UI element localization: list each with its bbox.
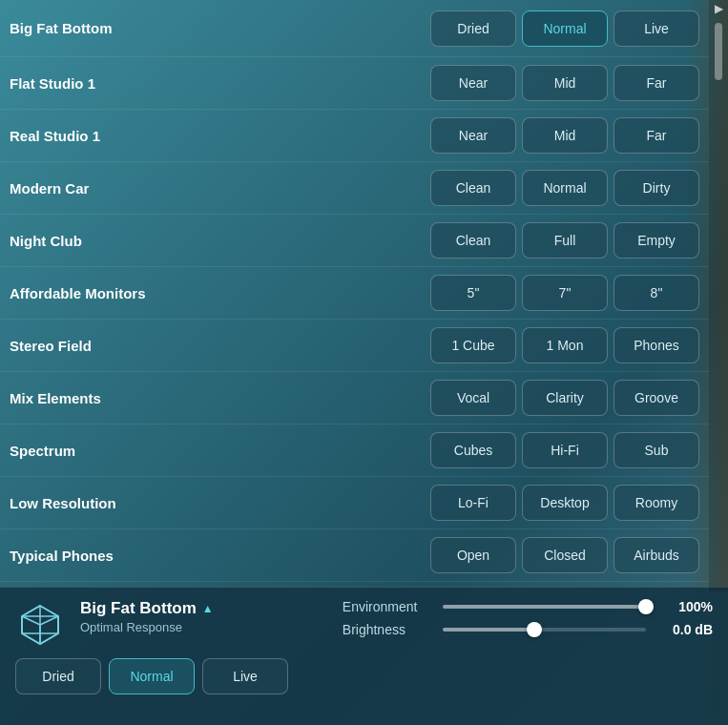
environment-track[interactable] (443, 605, 646, 609)
bottom-up-arrow[interactable]: ▲ (202, 602, 214, 615)
preset-btn-typical-phones-1[interactable]: Closed (522, 537, 608, 573)
preset-btn-real-studio-1-1[interactable]: Mid (522, 117, 608, 154)
bottom-preset-name: Big Fat Bottom ▲ (80, 599, 327, 618)
preset-btn-stereo-field-2[interactable]: Phones (614, 327, 699, 363)
preset-buttons-mix-elements: VocalClarityGroove (430, 380, 699, 416)
svg-line-4 (22, 616, 40, 625)
preset-row-low-resolution: Low ResolutionLo-FiDesktopRoomy (0, 477, 709, 529)
preset-btn-spectrum-1[interactable]: Hi-Fi (522, 432, 608, 468)
preset-btn-big-fat-bottom-2[interactable]: Live (614, 10, 699, 47)
preset-btn-typical-phones-0[interactable]: Open (430, 537, 516, 573)
preset-btn-big-fat-bottom-0[interactable]: Dried (430, 10, 516, 47)
bottom-panel: Big Fat Bottom ▲ Optimal Response Enviro… (0, 587, 728, 725)
brightness-row: Brightness 0.0 dB (343, 622, 713, 637)
preset-name-mix-elements: Mix Elements (10, 390, 430, 406)
preset-btn-modern-car-2[interactable]: Dirty (614, 170, 699, 206)
preset-row-affordable-monitors: Affordable Monitors5"7"8" (0, 267, 709, 320)
preset-btn-real-studio-1-2[interactable]: Far (614, 117, 699, 154)
preset-row-mix-elements: Mix ElementsVocalClarityGroove (0, 372, 709, 425)
preset-buttons-flat-studio-1: NearMidFar (430, 65, 699, 101)
preset-name-big-fat-bottom: Big Fat Bottom (10, 20, 430, 36)
preset-btn-mix-elements-2[interactable]: Groove (614, 380, 699, 416)
scroll-arrow-up[interactable]: ▶ (715, 2, 723, 15)
preset-row-real-studio-1: Real Studio 1NearMidFar (0, 110, 709, 162)
brightness-track[interactable] (443, 628, 646, 632)
preset-buttons-typical-phones: OpenClosedAirbuds (430, 537, 699, 573)
preset-btn-low-resolution-0[interactable]: Lo-Fi (430, 485, 516, 521)
preset-name-affordable-monitors: Affordable Monitors (10, 285, 430, 301)
preset-row-stereo-field: Stereo Field1 Cube1 MonPhones (0, 320, 709, 372)
brightness-thumb[interactable] (527, 622, 542, 637)
bottom-btn-1[interactable]: Normal (109, 658, 195, 694)
environment-value: 100% (655, 599, 713, 614)
bottom-btn-0[interactable]: Dried (15, 658, 101, 694)
preset-row-flat-studio-1: Flat Studio 1NearMidFar (0, 57, 709, 110)
preset-name-typical-phones: Typical Phones (10, 548, 430, 564)
preset-buttons-modern-car: CleanNormalDirty (430, 170, 699, 206)
preset-btn-stereo-field-1[interactable]: 1 Mon (522, 327, 608, 363)
preset-btn-spectrum-0[interactable]: Cubes (430, 432, 516, 468)
bottom-buttons-row: DriedNormalLive (15, 658, 713, 694)
preset-name-night-club: Night Club (10, 233, 430, 249)
bottom-controls: Environment 100% Brightness 0.0 dB (343, 599, 713, 637)
preset-buttons-low-resolution: Lo-FiDesktopRoomy (430, 485, 699, 521)
preset-row-modern-car: Modern CarCleanNormalDirty (0, 162, 709, 215)
preset-btn-mix-elements-1[interactable]: Clarity (522, 380, 608, 416)
cube-icon (15, 599, 65, 649)
preset-name-real-studio-1: Real Studio 1 (10, 128, 430, 144)
brightness-label: Brightness (343, 622, 433, 637)
environment-fill (443, 605, 646, 609)
preset-row-typical-phones: Typical PhonesOpenClosedAirbuds (0, 529, 709, 582)
preset-btn-flat-studio-1-1[interactable]: Mid (522, 65, 608, 101)
preset-name-stereo-field: Stereo Field (10, 338, 430, 354)
bottom-preset-name-text: Big Fat Bottom (80, 599, 197, 618)
preset-btn-night-club-0[interactable]: Clean (430, 222, 516, 259)
preset-btn-modern-car-1[interactable]: Normal (522, 170, 608, 206)
app-container: ▶ Big Fat BottomDriedNormalLiveFlat Stud… (0, 0, 728, 725)
preset-btn-low-resolution-1[interactable]: Desktop (522, 485, 608, 521)
preset-buttons-real-studio-1: NearMidFar (430, 117, 699, 154)
scrollbar[interactable]: ▶ (709, 0, 728, 591)
preset-btn-flat-studio-1-0[interactable]: Near (430, 65, 516, 101)
environment-label: Environment (343, 599, 433, 614)
preset-buttons-stereo-field: 1 Cube1 MonPhones (430, 327, 699, 363)
preset-btn-night-club-1[interactable]: Full (522, 222, 608, 259)
preset-row-night-club: Night ClubCleanFullEmpty (0, 215, 709, 267)
preset-btn-typical-phones-2[interactable]: Airbuds (614, 537, 699, 573)
preset-btn-affordable-monitors-2[interactable]: 8" (614, 275, 699, 311)
preset-btn-affordable-monitors-1[interactable]: 7" (522, 275, 608, 311)
bottom-preset-info: Big Fat Bottom ▲ Optimal Response (80, 599, 327, 634)
preset-name-low-resolution: Low Resolution (10, 495, 430, 511)
preset-row-big-fat-bottom: Big Fat BottomDriedNormalLive (0, 0, 709, 57)
bottom-btn-2[interactable]: Live (202, 658, 288, 694)
preset-buttons-spectrum: CubesHi-FiSub (430, 432, 699, 468)
preset-buttons-affordable-monitors: 5"7"8" (430, 275, 699, 311)
preset-list: Big Fat BottomDriedNormalLiveFlat Studio… (0, 0, 728, 587)
preset-btn-spectrum-2[interactable]: Sub (614, 432, 699, 468)
preset-btn-mix-elements-0[interactable]: Vocal (430, 380, 516, 416)
preset-btn-real-studio-1-0[interactable]: Near (430, 117, 516, 154)
brightness-value: 0.0 dB (655, 622, 713, 637)
bottom-preset-sub: Optimal Response (80, 620, 327, 634)
preset-btn-affordable-monitors-0[interactable]: 5" (430, 275, 516, 311)
brightness-fill (443, 628, 534, 632)
preset-btn-night-club-2[interactable]: Empty (614, 222, 699, 259)
preset-btn-stereo-field-0[interactable]: 1 Cube (430, 327, 516, 363)
preset-row-spectrum: SpectrumCubesHi-FiSub (0, 425, 709, 477)
preset-buttons-big-fat-bottom: DriedNormalLive (430, 10, 699, 47)
preset-btn-low-resolution-2[interactable]: Roomy (614, 485, 699, 521)
svg-line-5 (40, 616, 58, 625)
preset-btn-big-fat-bottom-1[interactable]: Normal (522, 10, 608, 47)
preset-name-modern-car: Modern Car (10, 180, 430, 197)
preset-name-spectrum: Spectrum (10, 443, 430, 459)
preset-btn-modern-car-0[interactable]: Clean (430, 170, 516, 206)
environment-thumb[interactable] (638, 599, 654, 614)
bottom-top-row: Big Fat Bottom ▲ Optimal Response Enviro… (15, 599, 713, 649)
environment-row: Environment 100% (343, 599, 713, 614)
preset-name-flat-studio-1: Flat Studio 1 (10, 75, 430, 92)
scroll-thumb[interactable] (715, 23, 722, 80)
preset-buttons-night-club: CleanFullEmpty (430, 222, 699, 259)
preset-btn-flat-studio-1-2[interactable]: Far (614, 65, 699, 101)
